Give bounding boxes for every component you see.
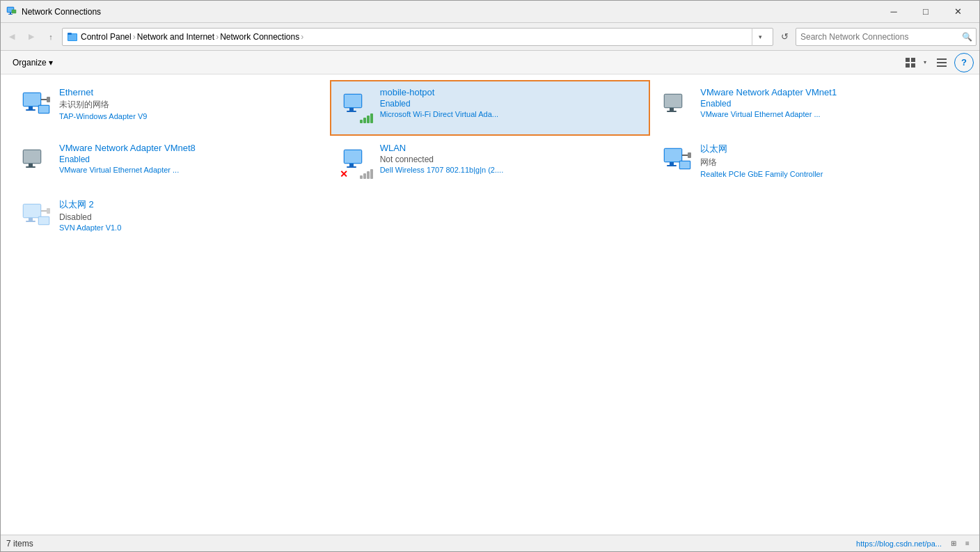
network-status-mobile-hotpot: Enabled	[380, 99, 641, 109]
organize-label: Organize	[13, 58, 47, 68]
network-name-ethernet3: 以太网 2	[59, 198, 320, 211]
svg-rect-42	[667, 165, 677, 166]
svg-rect-29	[670, 108, 674, 111]
breadcrumb-dropdown-button[interactable]: ▾	[752, 28, 768, 46]
refresh-button[interactable]: ↺	[776, 28, 793, 46]
network-name-ethernet2-cn: 以太网	[700, 143, 961, 155]
breadcrumb-network-connections[interactable]: Network Connections	[220, 32, 299, 42]
svg-rect-7	[68, 33, 72, 35]
network-info-wlan: WLANNot connectedDell Wireless 1707 802.…	[380, 143, 641, 174]
forward-button[interactable]: ▶	[23, 28, 40, 46]
network-icon-ethernet2-cn	[660, 145, 693, 179]
network-icon-mobile-hotpot	[340, 90, 373, 123]
svg-rect-22	[39, 106, 49, 113]
svg-rect-17	[29, 107, 33, 109]
network-name-vmnet8: VMware Network Adapter VMnet8	[59, 143, 320, 153]
minimize-button[interactable]: ─	[878, 1, 910, 23]
network-grid: Ethernet未识别的网络TAP-Windows Adapter V9 mob…	[9, 80, 971, 247]
network-name-vmnet1: VMware Network Adapter VMnet1	[700, 87, 961, 97]
status-grid-icon[interactable]: ⊞	[947, 537, 960, 550]
svg-rect-36	[345, 150, 361, 163]
network-icon-vmnet1	[660, 90, 693, 123]
network-status-ethernet2-cn: 网络	[700, 157, 961, 168]
back-button[interactable]: ◀	[3, 28, 20, 46]
svg-rect-48	[24, 205, 40, 217]
svg-rect-38	[347, 166, 356, 168]
network-info-vmnet1: VMware Network Adapter VMnet1EnabledVMwa…	[700, 87, 961, 118]
network-item-wlan[interactable]: ✕ WLANNot connectedDell Wireless 1707 80…	[330, 136, 651, 191]
help-button[interactable]: ?	[954, 53, 974, 72]
address-bar: ◀ ▶ ↑ Control Panel › Network and Intern…	[1, 23, 979, 51]
svg-rect-9	[911, 58, 915, 62]
organize-dropdown-arrow: ▾	[49, 58, 53, 68]
network-status-vmnet1: Enabled	[700, 99, 961, 109]
network-adapter-vmnet8: VMware Virtual Ethernet Adapter ...	[59, 166, 320, 174]
svg-rect-49	[29, 218, 33, 221]
network-adapter-vmnet1: VMware Virtual Ethernet Adapter ...	[700, 110, 961, 118]
window-title: Network Connections	[22, 7, 878, 17]
view-dropdown-arrow[interactable]: ▾	[920, 54, 930, 72]
up-button[interactable]: ↑	[42, 28, 59, 46]
network-name-wlan: WLAN	[380, 143, 641, 153]
items-count: 7 items	[6, 539, 33, 549]
breadcrumb-path: Control Panel › Network and Internet › N…	[81, 32, 752, 42]
svg-rect-13	[937, 62, 947, 63]
network-item-ethernet2-cn[interactable]: 以太网网络Realtek PCIe GbE Family Controller	[650, 136, 971, 191]
breadcrumb-icon	[67, 31, 78, 42]
svg-rect-16	[24, 93, 40, 106]
window-controls: ─ □ ✕	[878, 1, 974, 23]
svg-rect-44	[688, 152, 691, 158]
svg-rect-10	[906, 63, 910, 68]
svg-rect-6	[68, 34, 77, 40]
network-adapter-ethernet: TAP-Windows Adapter V9	[59, 112, 320, 120]
svg-rect-50	[26, 221, 35, 222]
network-status-vmnet8: Enabled	[59, 155, 320, 164]
svg-rect-12	[937, 58, 947, 60]
view-button[interactable]	[901, 54, 920, 72]
organize-button[interactable]: Organize ▾	[6, 55, 59, 70]
breadcrumb-container[interactable]: Control Panel › Network and Internet › N…	[62, 28, 773, 46]
svg-rect-8	[906, 58, 910, 62]
svg-rect-28	[665, 95, 681, 107]
breadcrumb-network-internet[interactable]: Network and Internet	[137, 32, 214, 42]
svg-rect-46	[680, 161, 690, 168]
status-list-icon[interactable]: ≡	[961, 537, 974, 550]
network-info-ethernet: Ethernet未识别的网络TAP-Windows Adapter V9	[59, 87, 320, 120]
details-view-button[interactable]	[932, 54, 951, 72]
search-icon[interactable]: 🔍	[958, 28, 976, 46]
maximize-button[interactable]: □	[910, 1, 942, 23]
svg-rect-11	[911, 63, 915, 68]
network-info-ethernet2-cn: 以太网网络Realtek PCIe GbE Family Controller	[700, 143, 961, 178]
network-status-wlan: Not connected	[380, 155, 641, 164]
network-name-mobile-hotpot: mobile-hotpot	[380, 87, 641, 97]
network-name-ethernet: Ethernet	[59, 87, 320, 97]
svg-rect-41	[670, 162, 674, 165]
svg-rect-20	[47, 97, 50, 102]
svg-rect-18	[26, 109, 35, 111]
svg-rect-14	[937, 65, 947, 67]
network-item-vmnet8[interactable]: VMware Network Adapter VMnet8EnabledVMwa…	[9, 136, 330, 191]
main-content: Ethernet未识别的网络TAP-Windows Adapter V9 mob…	[1, 74, 979, 535]
network-item-ethernet[interactable]: Ethernet未识别的网络TAP-Windows Adapter V9	[9, 80, 330, 136]
network-info-mobile-hotpot: mobile-hotpotEnabledMicrosoft Wi-Fi Dire…	[380, 87, 641, 118]
svg-rect-4	[12, 10, 16, 13]
svg-rect-34	[26, 166, 35, 168]
svg-rect-3	[8, 14, 13, 15]
toolbar: Organize ▾ ▾ ?	[1, 51, 979, 74]
search-input[interactable]	[796, 32, 958, 42]
network-adapter-ethernet3: SVN Adapter V1.0	[59, 223, 320, 232]
network-info-ethernet3: 以太网 2DisabledSVN Adapter V1.0	[59, 198, 320, 232]
svg-rect-24	[345, 95, 361, 107]
title-bar: Network Connections ─ □ ✕	[1, 1, 979, 23]
network-item-ethernet3[interactable]: 以太网 2DisabledSVN Adapter V1.0	[9, 191, 330, 247]
network-adapter-mobile-hotpot: Microsoft Wi-Fi Direct Virtual Ada...	[380, 110, 641, 118]
svg-rect-40	[665, 149, 681, 161]
close-button[interactable]: ✕	[942, 1, 974, 23]
breadcrumb-control-panel[interactable]: Control Panel	[81, 32, 132, 42]
network-icon-wlan: ✕	[340, 145, 373, 179]
status-bar: 7 items https://blog.csdn.net/pa... ⊞ ≡	[1, 535, 979, 551]
network-item-vmnet1[interactable]: VMware Network Adapter VMnet1EnabledVMwa…	[650, 80, 971, 136]
svg-rect-25	[349, 108, 354, 111]
app-icon	[6, 6, 17, 17]
network-item-mobile-hotpot[interactable]: mobile-hotpotEnabledMicrosoft Wi-Fi Dire…	[330, 80, 651, 136]
